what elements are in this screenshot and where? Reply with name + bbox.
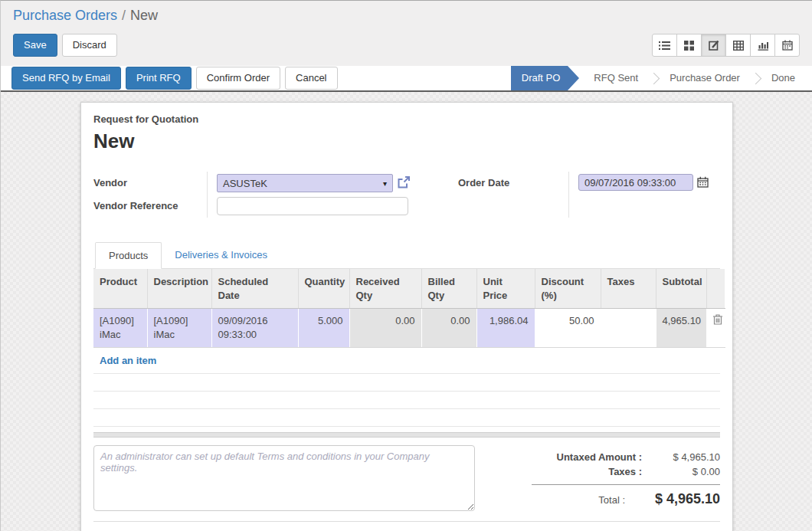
left-field-group: Vendor ASUSTeK ▾ Vendor Reference bbox=[93, 172, 411, 218]
empty-line[interactable] bbox=[93, 409, 720, 427]
calendar-icon[interactable] bbox=[697, 179, 709, 190]
status-bar: Send RFQ by Email Print RFQ Confirm Orde… bbox=[1, 66, 812, 92]
sheet-bottom-divider bbox=[93, 521, 720, 522]
col-subtotal[interactable]: Subtotal bbox=[656, 269, 706, 309]
cell-quantity[interactable]: 5.000 bbox=[298, 309, 349, 348]
notebook-tabs: Products Deliveries & Invoices bbox=[93, 242, 720, 269]
col-description[interactable]: Description bbox=[147, 269, 211, 309]
col-delete bbox=[706, 269, 725, 309]
status-step-rfq-sent[interactable]: RFQ Sent bbox=[583, 66, 649, 90]
empty-line[interactable] bbox=[93, 374, 720, 392]
totals-block: Untaxed Amount : $ 4,965.10 Taxes : $ 0.… bbox=[532, 445, 720, 511]
cell-description[interactable]: [A1090] iMac bbox=[147, 309, 211, 348]
breadcrumb-purchase-orders[interactable]: Purchase Orders bbox=[13, 8, 117, 23]
dropdown-arrow-icon: ▾ bbox=[383, 179, 387, 188]
tab-products[interactable]: Products bbox=[95, 242, 162, 269]
chevron-right-icon bbox=[750, 72, 762, 84]
col-discount[interactable]: Discount (%) bbox=[535, 269, 601, 309]
external-link-icon[interactable] bbox=[397, 180, 411, 192]
kanban-view-icon bbox=[684, 41, 694, 51]
graph-view-button[interactable] bbox=[750, 34, 775, 57]
pivot-view-icon bbox=[733, 41, 744, 51]
page-title: New bbox=[93, 129, 720, 153]
form-view-icon bbox=[709, 40, 719, 51]
order-date-label: Order Date bbox=[458, 172, 568, 218]
vendor-reference-input[interactable] bbox=[217, 197, 408, 215]
section-separator bbox=[93, 432, 720, 438]
calendar-view-button[interactable] bbox=[774, 34, 800, 57]
cell-scheduled-date[interactable]: 09/09/2016 09:33:00 bbox=[211, 309, 298, 348]
cell-received-qty: 0.00 bbox=[349, 309, 421, 348]
breadcrumb-current: New bbox=[130, 8, 158, 23]
taxes-value: $ 0.00 bbox=[653, 466, 720, 477]
cell-product[interactable]: [A1090] iMac bbox=[93, 309, 147, 348]
discard-button[interactable]: Discard bbox=[62, 34, 117, 57]
document-type-label: Request for Quotation bbox=[93, 113, 720, 125]
status-step-done[interactable]: Done bbox=[761, 66, 806, 90]
col-taxes[interactable]: Taxes bbox=[601, 269, 656, 309]
vendor-label: Vendor bbox=[93, 172, 207, 195]
col-product[interactable]: Product bbox=[93, 269, 147, 309]
status-step-draft-po[interactable]: Draft PO bbox=[511, 66, 568, 90]
cancel-button[interactable]: Cancel bbox=[285, 67, 337, 90]
add-an-item-link[interactable]: Add an item bbox=[100, 355, 156, 366]
delete-line-button[interactable] bbox=[706, 309, 725, 348]
terms-and-conditions-textarea[interactable] bbox=[93, 445, 475, 511]
calendar-view-icon bbox=[782, 40, 793, 51]
breadcrumb-separator: / bbox=[122, 8, 126, 23]
status-pipeline: Draft PO RFQ Sent Purchase Order Done bbox=[511, 66, 812, 90]
status-step-purchase-order[interactable]: Purchase Order bbox=[659, 66, 751, 90]
order-date-input[interactable] bbox=[578, 174, 693, 191]
empty-line[interactable] bbox=[93, 392, 720, 409]
print-rfq-button[interactable]: Print RFQ bbox=[126, 67, 192, 90]
vendor-select[interactable]: ASUSTeK ▾ bbox=[217, 174, 393, 192]
graph-view-icon bbox=[758, 41, 768, 51]
cell-taxes[interactable] bbox=[601, 309, 656, 348]
untaxed-amount-value: $ 4,965.10 bbox=[653, 451, 720, 463]
vendor-reference-label: Vendor Reference bbox=[93, 195, 207, 218]
list-view-button[interactable] bbox=[652, 34, 677, 57]
kanban-view-button[interactable] bbox=[676, 34, 702, 57]
untaxed-amount-label: Untaxed Amount : bbox=[532, 451, 653, 463]
col-scheduled-date[interactable]: Scheduled Date bbox=[211, 269, 298, 309]
order-line-row: [A1090] iMac [A1090] iMac 09/09/2016 09:… bbox=[93, 309, 725, 348]
right-field-group: Order Date bbox=[458, 172, 709, 218]
cell-subtotal: 4,965.10 bbox=[656, 309, 706, 348]
form-view-button[interactable] bbox=[701, 34, 726, 57]
tab-deliveries-invoices[interactable]: Deliveries & Invoices bbox=[162, 242, 280, 268]
total-value: $ 4,965.10 bbox=[636, 491, 720, 507]
form-view-background: Request for Quotation New Vendor ASUSTeK… bbox=[1, 92, 812, 531]
col-unit-price[interactable]: Unit Price bbox=[476, 269, 535, 309]
totals-divider bbox=[532, 484, 720, 485]
chevron-right-icon bbox=[648, 72, 660, 84]
list-view-icon bbox=[659, 41, 670, 51]
add-item-row: Add an item bbox=[93, 348, 720, 374]
table-header-row: Product Description Scheduled Date Quant… bbox=[93, 269, 725, 309]
top-bar: Purchase Orders/New Save Discard bbox=[1, 1, 812, 66]
breadcrumb: Purchase Orders/New bbox=[13, 8, 800, 24]
taxes-label: Taxes : bbox=[532, 466, 653, 477]
save-button[interactable]: Save bbox=[13, 34, 57, 57]
total-label: Total : bbox=[532, 494, 636, 506]
cell-billed-qty: 0.00 bbox=[421, 309, 476, 348]
cell-unit-price[interactable]: 1,986.04 bbox=[476, 309, 535, 348]
order-lines-table: Product Description Scheduled Date Quant… bbox=[93, 269, 725, 348]
confirm-order-button[interactable]: Confirm Order bbox=[196, 67, 280, 90]
send-rfq-button[interactable]: Send RFQ by Email bbox=[11, 67, 121, 90]
trash-icon bbox=[713, 316, 722, 327]
col-quantity[interactable]: Quantity bbox=[298, 269, 349, 309]
col-received-qty[interactable]: Received Qty bbox=[349, 269, 421, 309]
form-sheet: Request for Quotation New Vendor ASUSTeK… bbox=[80, 102, 733, 531]
pivot-view-button[interactable] bbox=[725, 34, 751, 57]
cell-discount[interactable]: 50.00 bbox=[535, 309, 601, 348]
col-billed-qty[interactable]: Billed Qty bbox=[421, 269, 476, 309]
view-switcher bbox=[652, 34, 800, 57]
vendor-value: ASUSTeK bbox=[223, 178, 383, 189]
